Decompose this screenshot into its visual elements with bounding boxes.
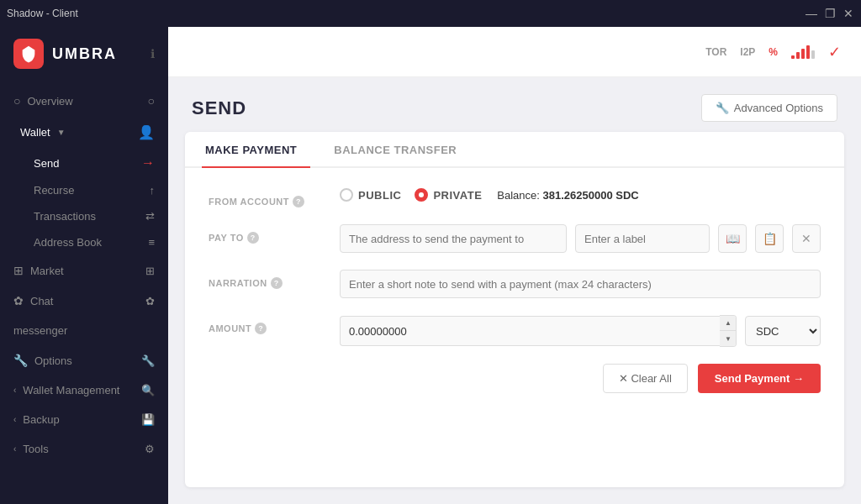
- sidebar-settings-icon[interactable]: ℹ: [151, 47, 155, 60]
- from-account-controls: PUBLIC PRIVATE Balance: 381.26250000 SDC: [340, 188, 821, 202]
- signal-bar-5: [811, 50, 815, 59]
- sidebar-item-address-book[interactable]: Address Book ≡: [20, 229, 168, 255]
- overview-icon: ○: [13, 94, 20, 108]
- address-input[interactable]: [340, 224, 567, 253]
- sidebar-item-label-overview: Overview: [27, 95, 72, 108]
- chat-right-icon: ✿: [145, 295, 155, 307]
- chat-icon: ✿: [13, 294, 24, 307]
- from-account-label: FROM ACCOUNT ?: [209, 188, 326, 207]
- public-radio-option[interactable]: PUBLIC: [340, 188, 401, 202]
- tor-status[interactable]: TOR: [705, 46, 726, 58]
- address-book-btn-icon: 📖: [726, 232, 740, 245]
- backup-chevron-icon: ‹: [13, 415, 16, 424]
- balance-display: Balance: 381.26250000 SDC: [497, 189, 638, 202]
- amount-decrement-button[interactable]: ▼: [720, 331, 737, 346]
- minimize-button[interactable]: —: [806, 8, 817, 19]
- sidebar-item-label-address-book: Address Book: [34, 236, 102, 249]
- clear-address-button[interactable]: ✕: [792, 224, 821, 253]
- wallet-mgmt-right-icon: 🔍: [141, 384, 155, 396]
- clear-all-button[interactable]: ✕ Clear All: [603, 364, 688, 393]
- wallet-chevron-icon: ▼: [57, 128, 66, 137]
- tab-make-payment[interactable]: MAKE PAYMENT: [202, 132, 310, 168]
- market-icon: ⊞: [13, 264, 24, 277]
- sidebar-item-market[interactable]: ⊞ Market ⊞: [0, 255, 168, 286]
- pay-to-controls: 📖 📋 ✕: [340, 224, 821, 253]
- page-title: SEND: [192, 97, 246, 119]
- send-payment-button[interactable]: Send Payment →: [698, 364, 821, 393]
- address-book-button[interactable]: 📖: [718, 224, 747, 253]
- main-content: TOR I2P % ✓ SEND 🔧 Advanced Options: [168, 27, 861, 504]
- public-radio-circle: [340, 188, 353, 202]
- amount-input-wrap: ▲ ▼: [340, 315, 737, 347]
- amount-input[interactable]: [340, 316, 720, 346]
- close-button[interactable]: ✕: [843, 8, 854, 19]
- sidebar-item-label-chat: Chat: [30, 295, 53, 307]
- i2p-status[interactable]: I2P: [740, 46, 755, 58]
- amount-increment-button[interactable]: ▲: [720, 316, 737, 331]
- signal-bar-2: [796, 52, 800, 59]
- from-account-info-icon: ?: [293, 196, 304, 207]
- narration-input[interactable]: [340, 270, 821, 298]
- amount-spinners: ▲ ▼: [720, 315, 737, 347]
- currency-select[interactable]: SDC BTC USD: [745, 316, 821, 346]
- sidebar-item-label-market: Market: [30, 265, 64, 277]
- wallet-user-icon: 👤: [138, 124, 155, 140]
- title-bar: Shadow - Client — ❐ ✕: [0, 0, 861, 27]
- label-input[interactable]: [575, 224, 710, 253]
- balance-value: 381.26250000 SDC: [543, 189, 639, 202]
- recurse-icon: ↑: [150, 184, 156, 197]
- address-book-icon: ≡: [148, 236, 155, 249]
- sidebar-item-label-wallet: Wallet: [20, 126, 50, 139]
- sidebar-item-label-send: Send: [34, 157, 59, 170]
- pay-to-info-icon: ?: [247, 232, 259, 244]
- sidebar-item-label-backup: Backup: [23, 413, 59, 426]
- overview-right-icon: ○: [148, 94, 155, 108]
- sidebar-item-backup[interactable]: ‹ Backup 💾: [0, 405, 168, 434]
- maximize-button[interactable]: ❐: [824, 8, 836, 19]
- sidebar-item-recurse[interactable]: Recurse ↑: [20, 177, 168, 203]
- top-bar: TOR I2P % ✓: [168, 27, 861, 77]
- wallet-mgmt-chevron-icon: ‹: [13, 386, 16, 395]
- advanced-options-button[interactable]: 🔧 Advanced Options: [701, 94, 837, 122]
- tools-right-icon: ⚙: [145, 443, 155, 455]
- app-title: Shadow - Client: [7, 8, 78, 19]
- wallet-sub-menu: Send → Recurse ↑ Transactions ⇄ Address …: [0, 149, 168, 255]
- send-arrow-icon: →: [141, 155, 155, 171]
- private-radio-circle: [415, 188, 428, 202]
- sidebar-item-overview[interactable]: ○ Overview ○: [0, 86, 168, 116]
- pay-to-label: PAY TO ?: [209, 224, 326, 244]
- sidebar-item-label-options: Options: [34, 354, 72, 367]
- options-right-icon: 🔧: [141, 354, 155, 367]
- private-radio-label: PRIVATE: [433, 189, 482, 202]
- window-controls: — ❐ ✕: [806, 8, 854, 19]
- page-header: SEND 🔧 Advanced Options: [168, 77, 861, 132]
- sidebar: UMBRA ℹ ○ Overview ○ Wallet ▼ 👤 Send: [0, 27, 168, 504]
- check-icon: ✓: [828, 43, 841, 61]
- tab-bar: MAKE PAYMENT BALANCE TRANSFER: [185, 132, 844, 168]
- sidebar-item-wallet[interactable]: Wallet ▼ 👤: [0, 116, 168, 149]
- narration-label: NARRATION ?: [209, 270, 326, 289]
- clear-address-icon: ✕: [801, 232, 811, 245]
- private-radio-option[interactable]: PRIVATE: [415, 188, 482, 202]
- pay-to-row: PAY TO ? 📖 📋 ✕: [209, 224, 821, 253]
- umbra-logo-svg: [19, 45, 38, 63]
- tab-balance-transfer[interactable]: BALANCE TRANSFER: [330, 132, 470, 168]
- sidebar-item-options[interactable]: 🔧 Options 🔧: [0, 345, 168, 375]
- advanced-options-label: Advanced Options: [734, 102, 823, 114]
- sidebar-item-tools[interactable]: ‹ Tools ⚙: [0, 434, 168, 464]
- narration-row: NARRATION ?: [209, 270, 821, 298]
- amount-info-icon: ?: [255, 323, 267, 334]
- sidebar-item-send[interactable]: Send →: [20, 149, 168, 177]
- amount-controls: ▲ ▼ SDC BTC USD: [340, 315, 821, 347]
- amount-label: AMOUNT ?: [209, 315, 326, 334]
- sidebar-item-label-tools: Tools: [23, 443, 48, 455]
- sidebar-item-label-recurse: Recurse: [34, 184, 74, 197]
- paste-button[interactable]: 📋: [755, 224, 784, 253]
- payment-form: FROM ACCOUNT ? PUBLIC PRIVATE: [185, 168, 844, 413]
- sidebar-item-messenger[interactable]: messenger: [0, 316, 168, 345]
- sidebar-item-wallet-management[interactable]: ‹ Wallet Management 🔍: [0, 375, 168, 405]
- sidebar-item-chat[interactable]: ✿ Chat ✿: [0, 286, 168, 316]
- sidebar-item-transactions[interactable]: Transactions ⇄: [20, 203, 168, 229]
- from-account-row: FROM ACCOUNT ? PUBLIC PRIVATE: [209, 188, 821, 207]
- balance-label: Balance:: [497, 189, 540, 202]
